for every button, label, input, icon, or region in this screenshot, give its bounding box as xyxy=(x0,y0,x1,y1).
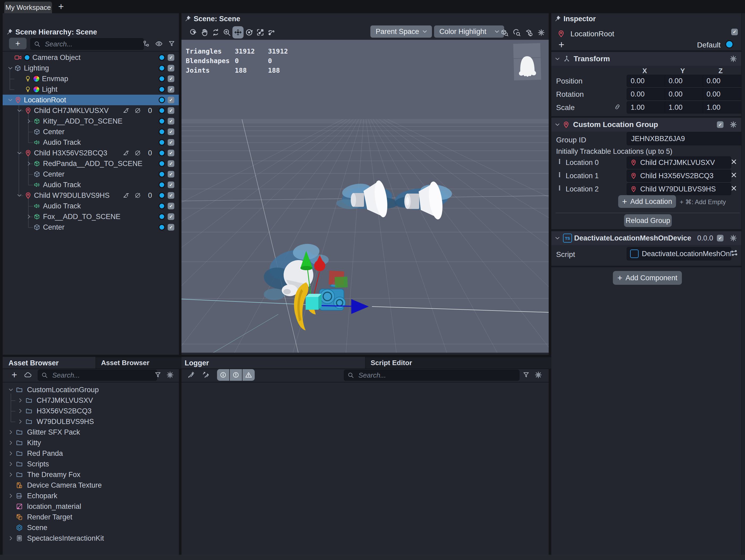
layer-toggle-dot[interactable] xyxy=(159,192,165,199)
script-field[interactable]: DeactivateLocationMeshOnDe xyxy=(627,247,731,260)
visibility-icon[interactable] xyxy=(153,38,164,49)
frame-all-button[interactable] xyxy=(511,27,523,38)
hierarchy-row-child-h3x56vs2bcq3[interactable]: Child H3X56VS2BCQ30✓ xyxy=(3,148,179,158)
asset-row-ch7jmklvusxv[interactable]: CH7JMKLVUSXV xyxy=(3,395,179,406)
asset-row-device-camera-texture[interactable]: Device Camera Texture xyxy=(3,480,179,491)
component-enabled-checkbox[interactable]: ✓ xyxy=(717,121,723,128)
asset-search-input[interactable] xyxy=(52,371,154,380)
chevron-right-icon[interactable] xyxy=(8,440,14,446)
gear-icon[interactable] xyxy=(730,55,737,63)
layer-toggle-dot[interactable] xyxy=(159,97,165,103)
chevron-down-icon[interactable] xyxy=(7,97,13,103)
enabled-checkbox[interactable]: ✓ xyxy=(168,203,174,209)
chevron-down-icon[interactable] xyxy=(17,150,22,156)
asset-row-the-dreamy-fox[interactable]: The Dreamy Fox xyxy=(3,469,179,480)
reset-camera-button[interactable] xyxy=(523,27,535,38)
layer-toggle-dot[interactable] xyxy=(159,171,165,177)
filter-icon[interactable] xyxy=(152,369,163,381)
enabled-checkbox[interactable]: ✓ xyxy=(168,171,174,178)
drag-handle-icon[interactable] xyxy=(557,185,562,191)
layer-toggle-dot[interactable] xyxy=(159,161,165,167)
gear-icon[interactable] xyxy=(533,369,544,381)
asset-row-location-material[interactable]: location_material xyxy=(3,501,179,512)
hierarchy-row-envmap[interactable]: Envmap✓ xyxy=(3,73,179,84)
script-editor-tab[interactable]: Script Editor xyxy=(365,357,554,369)
chevron-down-icon[interactable] xyxy=(17,108,22,113)
layer-toggle-dot[interactable] xyxy=(159,129,165,135)
new-tab-button[interactable]: + xyxy=(55,1,67,13)
enabled-checkbox[interactable]: ✓ xyxy=(168,97,174,103)
drag-handle-icon[interactable] xyxy=(557,172,562,178)
component-enabled-checkbox[interactable]: ✓ xyxy=(717,235,723,242)
orbit-tool[interactable] xyxy=(210,26,221,38)
panel-pin-icon[interactable] xyxy=(185,15,192,22)
location-group-section-header[interactable]: Custom Location Group ✓ xyxy=(551,118,745,132)
add-location-button[interactable]: +Add Location xyxy=(618,195,676,208)
scale-tool[interactable] xyxy=(255,26,266,38)
layer-color-dot[interactable] xyxy=(725,40,733,48)
asset-row-kitty[interactable]: Kitty xyxy=(3,438,179,448)
space-dropdown[interactable]: Parent Space xyxy=(370,26,432,38)
chevron-right-icon[interactable] xyxy=(8,461,14,467)
viewport-canvas[interactable]: Triangles3191231912Blendshapes00Joints18… xyxy=(182,40,549,353)
chevron-right-icon[interactable] xyxy=(8,472,14,478)
enabled-checkbox[interactable]: ✓ xyxy=(168,76,174,82)
zoom-tool[interactable] xyxy=(221,26,232,38)
enabled-checkbox[interactable]: ✓ xyxy=(168,161,174,167)
script-component-header[interactable]: TS DeactivateLocationMeshOnDevice 0.0.0 … xyxy=(551,231,745,245)
object-enabled-checkbox[interactable]: ✓ xyxy=(731,29,738,35)
asset-row-glitter-sfx-pack[interactable]: Glitter SFX Pack xyxy=(3,427,179,438)
transform-scale-y-field[interactable]: 1.00 xyxy=(665,101,705,113)
enabled-checkbox[interactable]: ✓ xyxy=(168,118,174,125)
asset-row-w79dulbvs9hs[interactable]: W79DULBVS9HS xyxy=(3,416,179,427)
reload-group-button[interactable]: Reload Group xyxy=(624,214,672,227)
asset-browser-tab[interactable]: Asset Browser xyxy=(96,357,185,369)
frame-object-button[interactable] xyxy=(499,27,511,38)
hierarchy-row-kitty-add-to-scene[interactable]: Kitty__ADD_TO_SCENE✓ xyxy=(3,116,179,127)
group-id-field[interactable]: JEHNXBBZ6JA9 xyxy=(627,132,744,145)
add-component-button[interactable]: +Add Component xyxy=(613,271,682,285)
transform-position-y-field[interactable]: 0.00 xyxy=(665,75,705,87)
transform-scale-z-field[interactable]: 1.00 xyxy=(703,101,743,113)
layer-toggle-dot[interactable] xyxy=(159,150,165,156)
transform-section-header[interactable]: Transform xyxy=(551,52,745,66)
hierarchy-row-audio-track[interactable]: Audio Track✓ xyxy=(3,201,179,211)
log-error-toggle[interactable] xyxy=(242,369,255,381)
chevron-right-icon[interactable] xyxy=(8,429,14,435)
chevron-right-icon[interactable] xyxy=(26,118,32,124)
layer-toggle-dot[interactable] xyxy=(159,224,165,231)
enabled-checkbox[interactable]: ✓ xyxy=(168,224,174,231)
enabled-checkbox[interactable]: ✓ xyxy=(168,55,174,61)
hierarchy-row-audio-track[interactable]: Audio Track✓ xyxy=(3,179,179,190)
layer-toggle-dot[interactable] xyxy=(159,213,165,220)
scale-link-icon[interactable] xyxy=(614,103,621,110)
asset-row-echopark[interactable]: HDREchopark xyxy=(3,491,179,501)
asset-row-customlocationgroup[interactable]: CustomLocationGroup xyxy=(3,384,179,395)
enabled-checkbox[interactable]: ✓ xyxy=(168,139,174,146)
chevron-right-icon[interactable] xyxy=(8,535,14,541)
transform-scale-x-field[interactable]: 1.00 xyxy=(627,101,667,113)
chevron-down-icon[interactable] xyxy=(7,65,13,71)
transform-rotation-z-field[interactable]: 0.00 xyxy=(703,88,743,100)
enabled-checkbox[interactable]: ✓ xyxy=(168,86,174,93)
rotate-tool[interactable] xyxy=(244,26,255,38)
hierarchy-row-center[interactable]: Center✓ xyxy=(3,222,179,233)
pan-tool[interactable] xyxy=(199,26,210,38)
enabled-checkbox[interactable]: ✓ xyxy=(168,107,174,114)
universal-tool[interactable] xyxy=(266,26,277,38)
layer-toggle-dot[interactable] xyxy=(159,55,165,61)
layer-toggle-dot[interactable] xyxy=(159,118,165,125)
asset-row-red-panda[interactable]: Red Panda xyxy=(3,448,179,459)
add-object-button[interactable]: + xyxy=(9,38,27,49)
script-connections-icon[interactable] xyxy=(730,249,738,257)
chevron-right-icon[interactable] xyxy=(18,397,23,403)
remove-location-icon[interactable] xyxy=(731,159,737,165)
hierarchy-row-light[interactable]: Light✓ xyxy=(3,84,179,95)
enabled-checkbox[interactable]: ✓ xyxy=(168,213,174,220)
clear-log-icon[interactable] xyxy=(185,369,197,381)
remove-location-icon[interactable] xyxy=(731,185,737,191)
hierarchy-row-center[interactable]: Center✓ xyxy=(3,169,179,179)
asset-row-scripts[interactable]: Scripts xyxy=(3,459,179,469)
hierarchy-tree-icon[interactable] xyxy=(141,38,152,49)
layer-toggle-dot[interactable] xyxy=(159,65,165,71)
